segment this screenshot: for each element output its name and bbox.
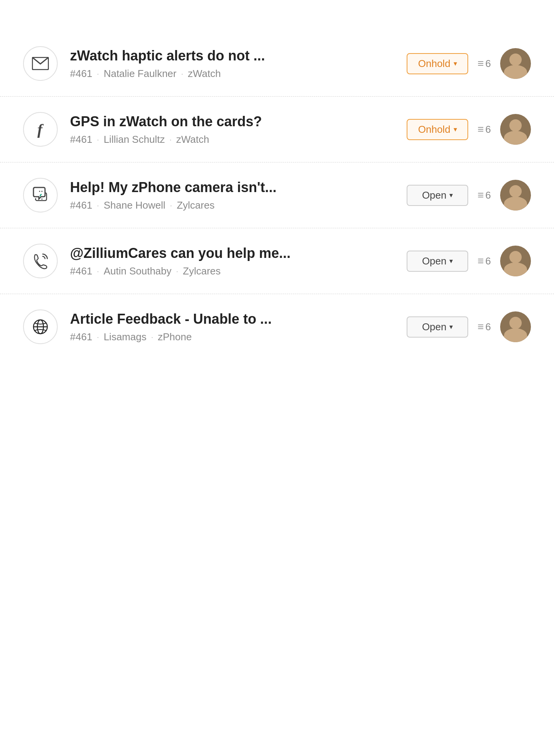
ticket-title: @ZilliumCares can you help me... bbox=[70, 245, 394, 261]
dropdown-arrow-icon: ▾ bbox=[449, 257, 453, 265]
ticket-item[interactable]: f GPS in zWatch on the cards? #461 · Lil… bbox=[0, 97, 554, 162]
ticket-content: GPS in zWatch on the cards? #461 · Lilli… bbox=[70, 114, 394, 146]
status-label: Onhold bbox=[418, 124, 451, 135]
avatar bbox=[500, 48, 531, 79]
ticket-actions: Onhold ▾ ≡ 6 bbox=[407, 48, 531, 79]
separator: · bbox=[97, 333, 99, 341]
ticket-title: zWatch haptic alerts do not ... bbox=[70, 48, 394, 64]
ticket-item[interactable]: Article Feedback - Unable to ... #461 · … bbox=[0, 294, 554, 360]
avatar bbox=[500, 246, 531, 276]
ticket-item[interactable]: @ZilliumCares can you help me... #461 · … bbox=[0, 228, 554, 294]
ticket-product: zPhone bbox=[158, 331, 192, 343]
ticket-content: Article Feedback - Unable to ... #461 · … bbox=[70, 311, 394, 343]
priority-indicator: ≡ 6 bbox=[477, 189, 491, 201]
separator: · bbox=[169, 135, 172, 144]
ticket-meta: #461 · Shane Howell · Zylcares bbox=[70, 199, 394, 211]
svg-point-2 bbox=[42, 199, 43, 200]
chat-icon bbox=[23, 178, 58, 212]
ticket-item[interactable]: zWatch haptic alerts do not ... #461 · N… bbox=[0, 31, 554, 97]
ticket-contact: Natalie Faulkner bbox=[103, 68, 176, 80]
web-icon bbox=[23, 309, 58, 344]
priority-lines-icon: ≡ bbox=[477, 57, 484, 70]
ticket-contact: Shane Howell bbox=[103, 199, 165, 211]
svg-point-4 bbox=[42, 191, 43, 192]
separator: · bbox=[97, 201, 99, 210]
ticket-product: zWatch bbox=[188, 68, 221, 80]
dropdown-arrow-icon: ▾ bbox=[449, 323, 453, 331]
ticket-actions: Open ▾ ≡ 6 bbox=[407, 311, 531, 342]
separator: · bbox=[170, 201, 172, 210]
ticket-item[interactable]: Help! My zPhone camera isn't... #461 · S… bbox=[0, 162, 554, 228]
priority-count: 6 bbox=[486, 58, 491, 70]
dropdown-arrow-icon: ▾ bbox=[449, 191, 453, 199]
ticket-content: @ZilliumCares can you help me... #461 · … bbox=[70, 245, 394, 277]
svg-text:f: f bbox=[37, 121, 44, 138]
ticket-content: zWatch haptic alerts do not ... #461 · N… bbox=[70, 48, 394, 80]
priority-count: 6 bbox=[486, 124, 491, 135]
status-badge[interactable]: Onhold ▾ bbox=[407, 119, 468, 140]
ticket-meta: #461 · Lillian Schultz · zWatch bbox=[70, 134, 394, 146]
ticket-product: zWatch bbox=[176, 134, 209, 146]
ticket-title: GPS in zWatch on the cards? bbox=[70, 114, 394, 130]
facebook-icon: f bbox=[23, 112, 58, 147]
ticket-list: zWatch haptic alerts do not ... #461 · N… bbox=[0, 0, 554, 390]
email-icon bbox=[23, 46, 58, 81]
ticket-number: #461 bbox=[70, 68, 92, 80]
ticket-product: Zylcares bbox=[177, 199, 214, 211]
dropdown-arrow-icon: ▾ bbox=[454, 125, 457, 134]
priority-indicator: ≡ 6 bbox=[477, 321, 491, 333]
ticket-number: #461 bbox=[70, 199, 92, 211]
priority-lines-icon: ≡ bbox=[477, 255, 484, 267]
ticket-contact: Autin Southaby bbox=[103, 265, 171, 277]
ticket-meta: #461 · Natalie Faulkner · zWatch bbox=[70, 68, 394, 80]
priority-indicator: ≡ 6 bbox=[477, 57, 491, 70]
avatar bbox=[500, 180, 531, 211]
separator: · bbox=[97, 69, 99, 78]
priority-indicator: ≡ 6 bbox=[477, 255, 491, 267]
status-badge[interactable]: Open ▾ bbox=[407, 185, 468, 206]
dropdown-arrow-icon: ▾ bbox=[454, 59, 457, 68]
ticket-actions: Open ▾ ≡ 6 bbox=[407, 180, 531, 211]
phone-icon bbox=[23, 244, 58, 278]
ticket-actions: Open ▾ ≡ 6 bbox=[407, 246, 531, 276]
separator: · bbox=[176, 267, 179, 276]
status-badge[interactable]: Open ▾ bbox=[407, 316, 468, 338]
ticket-content: Help! My zPhone camera isn't... #461 · S… bbox=[70, 179, 394, 211]
priority-count: 6 bbox=[486, 189, 491, 201]
status-label: Onhold bbox=[418, 58, 451, 70]
separator: · bbox=[151, 333, 154, 341]
separator: · bbox=[181, 69, 184, 78]
ticket-contact: Lillian Schultz bbox=[103, 134, 165, 146]
ticket-meta: #461 · Autin Southaby · Zylcares bbox=[70, 265, 394, 277]
ticket-number: #461 bbox=[70, 331, 92, 343]
ticket-title: Article Feedback - Unable to ... bbox=[70, 311, 394, 327]
priority-count: 6 bbox=[486, 255, 491, 267]
ticket-number: #461 bbox=[70, 265, 92, 277]
ticket-actions: Onhold ▾ ≡ 6 bbox=[407, 114, 531, 145]
ticket-contact: Lisamags bbox=[103, 331, 146, 343]
priority-lines-icon: ≡ bbox=[477, 189, 484, 201]
avatar bbox=[500, 114, 531, 145]
priority-lines-icon: ≡ bbox=[477, 321, 484, 333]
status-label: Open bbox=[422, 321, 447, 333]
priority-lines-icon: ≡ bbox=[477, 123, 484, 135]
ticket-meta: #461 · Lisamags · zPhone bbox=[70, 331, 394, 343]
status-badge[interactable]: Onhold ▾ bbox=[407, 53, 468, 74]
status-label: Open bbox=[422, 255, 447, 267]
svg-point-3 bbox=[39, 191, 40, 192]
ticket-number: #461 bbox=[70, 134, 92, 146]
separator: · bbox=[97, 135, 99, 144]
status-badge[interactable]: Open ▾ bbox=[407, 251, 468, 272]
ticket-product: Zylcares bbox=[183, 265, 220, 277]
separator: · bbox=[97, 267, 99, 276]
avatar bbox=[500, 311, 531, 342]
status-label: Open bbox=[422, 189, 447, 201]
ticket-title: Help! My zPhone camera isn't... bbox=[70, 179, 394, 196]
priority-indicator: ≡ 6 bbox=[477, 123, 491, 135]
priority-count: 6 bbox=[486, 321, 491, 333]
